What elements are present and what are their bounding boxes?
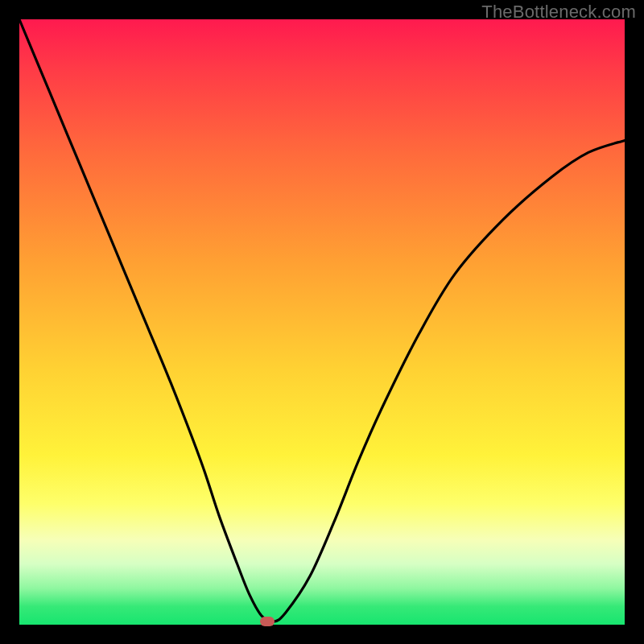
optimal-point-marker bbox=[260, 617, 275, 626]
plot-area bbox=[19, 19, 625, 625]
bottleneck-curve bbox=[19, 19, 625, 625]
chart-frame: TheBottleneck.com bbox=[0, 0, 644, 644]
